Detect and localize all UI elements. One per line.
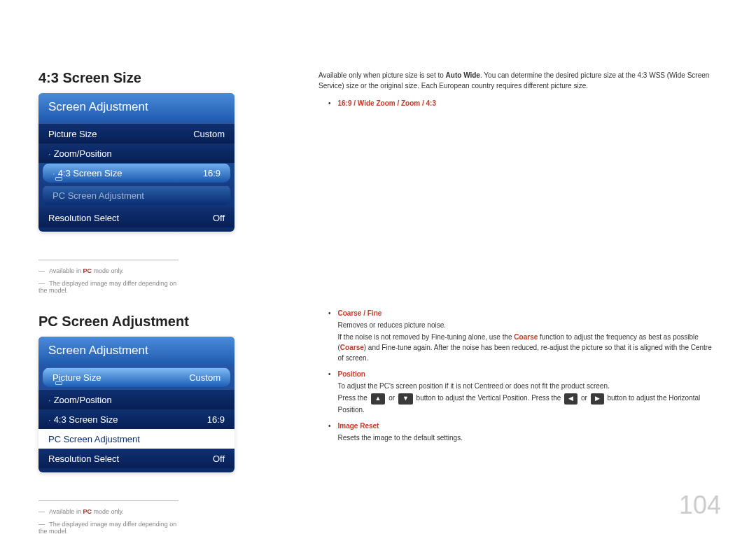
section-heading-pc: PC Screen Adjustment [38,314,301,330]
selection-indicator-2 [55,381,62,385]
pc-screen-details: • Coarse / Fine Removes or reduces pictu… [318,308,718,443]
coarse-fine-heading: Coarse / Fine [338,309,382,317]
selection-indicator [55,177,62,181]
screen-size-label-2: 4:3 Screen Size [54,414,207,425]
row-43-screen-size[interactable]: · 4:3 Screen Size 16:9 [43,163,230,183]
position-press: Press the ▲ or ▼ button to adjust the Ve… [338,393,718,415]
position-heading: Position [338,370,365,378]
row-picture-size[interactable]: Picture Size Custom [38,124,234,143]
menu-title: Screen Adjustment [38,93,234,121]
section-heading-43: 4:3 Screen Size [38,70,301,86]
zoom-position-label: Zoom/Position [54,148,225,159]
page-number: 104 [679,491,721,520]
pc-screen-label: PC Screen Adjustment [52,190,220,201]
up-arrow-icon: ▲ [371,393,386,405]
notes-1: ― Available in PC mode only. ― The displ… [38,260,178,294]
intro-text: Available only when picture size is set … [318,70,718,91]
note-model-differ-2: ― The displayed image may differ dependi… [38,521,178,534]
note-pc-mode: ― Available in PC mode only. [38,267,178,274]
screen-size-value: 16:9 [203,168,220,178]
res-value: Off [213,213,225,223]
menu-widget-1: Screen Adjustment Picture Size Custom · … [38,93,234,232]
picture-size-value-2: Custom [189,372,220,383]
image-reset-desc: Resets the image to the default settings… [338,433,718,443]
row-resolution-select-2[interactable]: Resolution Select Off [38,449,234,468]
coarse-fine-detail: If the noise is not removed by Fine-tuni… [338,332,718,363]
row-pc-screen-adj-2[interactable]: PC Screen Adjustment [38,429,234,449]
pc-screen-label-2: PC Screen Adjustment [48,434,225,444]
row-zoom-position[interactable]: · Zoom/Position [38,143,234,163]
options-list-item: • 16:9 / Wide Zoom / Zoom / 4:3 [318,98,718,108]
screen-size-value-2: 16:9 [207,414,225,425]
notes-2: ― Available in PC mode only. ― The displ… [38,500,178,534]
note-model-differ: ― The displayed image may differ dependi… [38,280,178,294]
image-reset-heading: Image Reset [338,422,379,430]
position-desc: To adjust the PC's screen position if it… [338,381,718,391]
row-zoom-position-2[interactable]: · Zoom/Position [38,390,234,409]
picture-size-label: Picture Size [48,129,193,139]
row-picture-size-2[interactable]: Picture Size Custom [43,367,230,387]
menu-title-2: Screen Adjustment [38,337,234,365]
res-label-2: Resolution Select [48,454,213,464]
screen-size-label: 4:3 Screen Size [58,168,203,178]
res-label: Resolution Select [48,213,213,223]
row-pc-screen-adj[interactable]: PC Screen Adjustment [43,185,230,205]
left-arrow-icon: ◀ [564,393,578,405]
menu-widget-2: Screen Adjustment Picture Size Custom · … [38,337,234,472]
right-arrow-icon: ▶ [591,393,604,405]
row-resolution-select[interactable]: Resolution Select Off [38,208,234,227]
down-arrow-icon: ▼ [398,393,413,405]
picture-size-value: Custom [193,129,225,139]
note-pc-mode-2: ― Available in PC mode only. [38,508,178,515]
coarse-fine-desc: Removes or reduces picture noise. [338,320,718,330]
res-value-2: Off [213,454,225,464]
row-43-screen-size-2[interactable]: · 4:3 Screen Size 16:9 [38,409,234,429]
picture-size-label-2: Picture Size [52,372,189,383]
zoom-position-label-2: Zoom/Position [54,395,225,405]
